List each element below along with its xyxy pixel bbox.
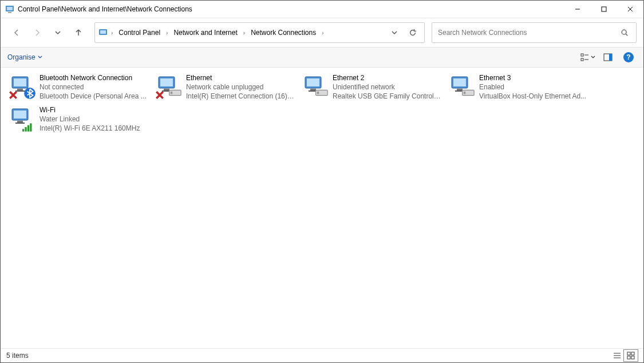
connection-wi-fi[interactable]: Wi-FiWater LinkedIntel(R) Wi-Fi 6E AX211… <box>5 103 152 135</box>
status-bar: 5 items <box>1 348 643 362</box>
network-adapter-icon <box>448 73 476 101</box>
network-adapter-icon <box>9 105 36 133</box>
connection-name: Wi-Fi <box>39 105 148 115</box>
details-view-button[interactable] <box>610 350 624 361</box>
window-title: Control Panel\Network and Internet\Netwo… <box>18 5 192 13</box>
svg-rect-57 <box>627 356 630 359</box>
search-icon[interactable] <box>618 29 631 37</box>
organise-label: Organise <box>7 53 35 61</box>
preview-pane-button[interactable] <box>600 49 616 65</box>
breadcrumb-root-icon <box>98 28 108 37</box>
connection-name: Bluetooth Network Connection <box>39 73 148 82</box>
network-adapter-icon <box>155 73 183 101</box>
connection-ethernet-3[interactable]: Ethernet 3EnabledVirtualBox Host-Only Et… <box>445 71 591 103</box>
minimize-button[interactable] <box>564 1 591 18</box>
navbar: › Control Panel › Network and Internet ›… <box>1 18 643 47</box>
window: Control Panel\Network and Internet\Netwo… <box>0 0 644 363</box>
address-bar[interactable]: › Control Panel › Network and Internet ›… <box>94 22 425 43</box>
forward-button[interactable] <box>28 23 46 42</box>
svg-rect-2 <box>8 12 11 13</box>
svg-rect-58 <box>631 356 634 359</box>
connection-ethernet[interactable]: EthernetNetwork cable unpluggedIntel(R) … <box>152 71 298 103</box>
svg-rect-45 <box>14 111 26 119</box>
connection-device: VirtualBox Host-Only Ethernet Ad... <box>479 92 588 101</box>
svg-rect-55 <box>627 352 630 355</box>
connection-status: Not connected <box>39 82 148 92</box>
svg-rect-48 <box>22 129 24 131</box>
refresh-button[interactable] <box>405 25 421 41</box>
connection-device: Intel(R) Wi-Fi 6E AX211 160MHz <box>39 124 148 133</box>
connection-device: Realtek USB GbE Family Controller <box>333 92 441 101</box>
app-icon <box>5 5 14 14</box>
svg-rect-51 <box>30 123 31 131</box>
connection-info: Bluetooth Network ConnectionNot connecte… <box>39 73 148 101</box>
svg-rect-19 <box>17 89 23 90</box>
svg-rect-12 <box>581 58 583 61</box>
content-area[interactable]: Bluetooth Network ConnectionNot connecte… <box>1 68 643 348</box>
help-icon: ? <box>623 52 634 62</box>
svg-rect-11 <box>581 54 583 56</box>
connection-info: Ethernet 2Unidentified networkRealtek US… <box>333 73 441 101</box>
connection-status: Enabled <box>479 82 588 92</box>
breadcrumb-network-internet[interactable]: Network and Internet <box>171 27 239 38</box>
chevron-right-icon[interactable]: › <box>110 30 114 36</box>
connection-device: Intel(R) Ethernet Connection (16) ... <box>186 92 295 101</box>
chevron-right-icon[interactable]: › <box>165 30 169 36</box>
close-button[interactable] <box>617 1 643 18</box>
svg-rect-4 <box>602 7 606 11</box>
connection-bluetooth-network-connection[interactable]: Bluetooth Network ConnectionNot connecte… <box>5 71 152 103</box>
connection-status: Water Linked <box>39 115 148 124</box>
connection-ethernet-2[interactable]: Ethernet 2Unidentified networkRealtek US… <box>298 71 445 103</box>
svg-rect-39 <box>453 78 466 86</box>
connection-status: Unidentified network <box>333 82 441 92</box>
svg-rect-25 <box>160 78 173 86</box>
address-history-button[interactable] <box>386 25 402 41</box>
svg-line-10 <box>626 34 627 35</box>
connection-info: Wi-FiWater LinkedIntel(R) Wi-Fi 6E AX211… <box>39 105 148 133</box>
svg-point-9 <box>622 30 626 34</box>
svg-rect-37 <box>317 92 319 94</box>
connection-name: Ethernet 3 <box>479 73 588 82</box>
svg-rect-1 <box>7 7 13 10</box>
connection-device: Bluetooth Device (Personal Area ... <box>39 92 148 101</box>
svg-rect-8 <box>100 30 106 34</box>
command-bar: Organise <box>1 47 643 68</box>
connection-info: Ethernet 3EnabledVirtualBox Host-Only Et… <box>479 73 588 101</box>
breadcrumb-control-panel[interactable]: Control Panel <box>116 27 163 38</box>
organise-menu[interactable]: Organise <box>7 53 42 61</box>
view-icon <box>580 53 590 62</box>
search-box[interactable] <box>432 22 637 43</box>
network-adapter-icon <box>9 73 36 101</box>
connection-status: Network cable unplugged <box>186 82 295 92</box>
svg-rect-29 <box>171 92 172 94</box>
up-button[interactable] <box>69 23 88 42</box>
chevron-right-icon[interactable]: › <box>242 30 246 36</box>
svg-rect-43 <box>464 92 465 94</box>
svg-rect-18 <box>14 78 26 86</box>
connections-list: Bluetooth Network ConnectionNot connecte… <box>5 71 639 135</box>
tiles-view-button[interactable] <box>624 350 638 361</box>
svg-rect-16 <box>609 54 612 61</box>
chevron-down-icon <box>38 55 42 60</box>
help-button[interactable]: ? <box>621 49 637 65</box>
view-options-button[interactable] <box>580 53 595 62</box>
svg-rect-56 <box>631 352 634 355</box>
chevron-down-icon <box>591 55 595 60</box>
back-button[interactable] <box>7 23 26 42</box>
search-input[interactable] <box>437 28 618 37</box>
recent-locations-button[interactable] <box>49 23 67 42</box>
svg-rect-33 <box>307 78 319 86</box>
network-adapter-icon <box>302 73 329 101</box>
connection-name: Ethernet 2 <box>333 73 441 82</box>
maximize-button[interactable] <box>591 1 617 18</box>
item-count: 5 items <box>6 352 29 360</box>
breadcrumb-network-connections[interactable]: Network Connections <box>248 27 318 38</box>
chevron-right-icon[interactable]: › <box>321 30 325 36</box>
svg-rect-50 <box>27 125 29 132</box>
svg-rect-49 <box>25 127 26 132</box>
connection-info: EthernetNetwork cable unpluggedIntel(R) … <box>186 73 295 101</box>
titlebar: Control Panel\Network and Internet\Netwo… <box>1 1 643 18</box>
connection-name: Ethernet <box>186 73 295 82</box>
